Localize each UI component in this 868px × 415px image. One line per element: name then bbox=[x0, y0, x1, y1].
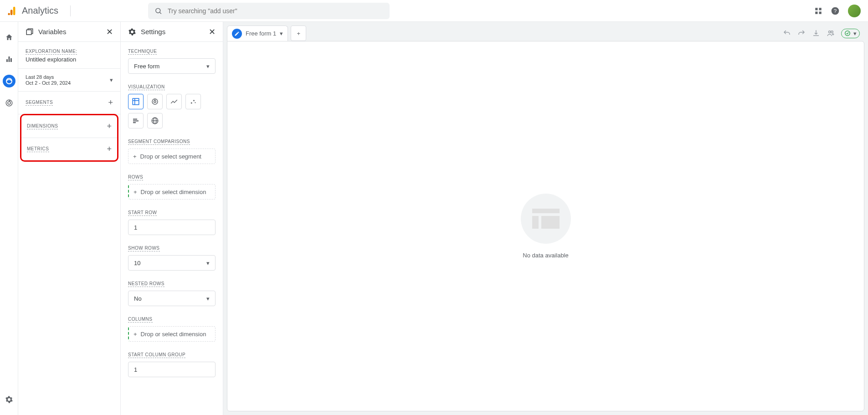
svg-rect-5 bbox=[815, 8, 817, 10]
app-header: Analytics ? bbox=[0, 0, 868, 22]
svg-rect-1 bbox=[10, 10, 13, 15]
svg-point-3 bbox=[156, 8, 160, 13]
svg-rect-0 bbox=[13, 6, 15, 15]
header-actions: ? bbox=[814, 5, 861, 17]
user-avatar[interactable] bbox=[848, 5, 861, 17]
apps-grid-icon[interactable] bbox=[814, 7, 822, 15]
svg-rect-6 bbox=[819, 8, 822, 10]
svg-line-4 bbox=[160, 12, 161, 14]
svg-rect-7 bbox=[815, 11, 817, 14]
search-wrap bbox=[71, 3, 814, 19]
svg-point-2 bbox=[8, 13, 10, 15]
search-icon bbox=[154, 7, 162, 15]
analytics-logo-icon bbox=[7, 6, 17, 16]
svg-rect-8 bbox=[819, 11, 822, 14]
app-name: Analytics bbox=[22, 5, 58, 16]
svg-text:?: ? bbox=[834, 8, 837, 14]
help-icon[interactable]: ? bbox=[831, 6, 840, 15]
logo: Analytics bbox=[7, 5, 71, 16]
search-input[interactable] bbox=[168, 7, 383, 15]
search-bar[interactable] bbox=[148, 3, 390, 19]
